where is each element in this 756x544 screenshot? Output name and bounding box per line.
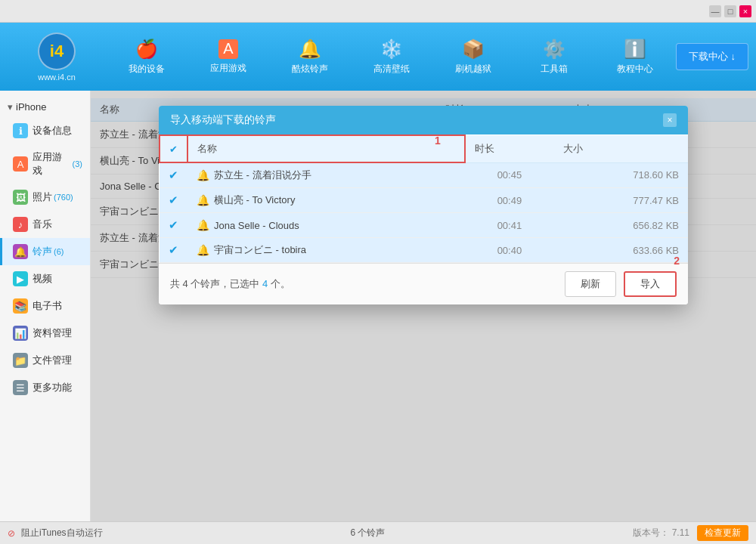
photos-badge: (760) <box>54 193 73 202</box>
refresh-button[interactable]: 刷新 <box>565 271 616 297</box>
photos-icon: 🖼 <box>13 190 28 205</box>
nav-wallpaper[interactable]: ❄️ 高清壁纸 <box>364 32 419 82</box>
modal-col-size: 大小 <box>554 135 688 162</box>
row-duration-cell: 00:45 <box>465 162 554 188</box>
ebook-icon: 📚 <box>13 298 28 314</box>
app-game-badge: (3) <box>73 159 82 168</box>
modal-table-row[interactable]: ✔ 🔔Jona Selle - Clouds 00:41 656.82 KB <box>160 213 688 238</box>
row-bell-icon: 🔔 <box>197 219 209 231</box>
version-label: 版本号： <box>633 527 669 538</box>
sidebar-ebook-label: 电子书 <box>33 299 62 313</box>
sidebar-item-ringtone[interactable]: 🔔 铃声 (6) <box>0 238 90 265</box>
app-game-icon: A <box>13 156 28 172</box>
nav-tools-label: 工具箱 <box>541 63 568 76</box>
row-size-cell: 777.47 KB <box>554 188 688 213</box>
nav-gear-icon: ⚙️ <box>543 39 565 60</box>
sidebar-item-music[interactable]: ♪ 音乐 <box>0 211 90 238</box>
version-text: 版本号： 7.11 <box>633 527 689 539</box>
modal-table-row[interactable]: ✔ 🔔苏立生 - 流着泪说分手 00:45 718.60 KB <box>160 162 688 188</box>
logo-icon: i4 <box>38 32 76 70</box>
device-info-icon: ℹ <box>13 123 28 138</box>
sidebar-arrow-icon: ▾ <box>8 101 13 113</box>
modal-title: 导入移动端下载的铃声 <box>170 113 276 127</box>
modal-col-duration: 时长 <box>465 135 554 162</box>
nav-jailbreak-label: 刷机越狱 <box>455 63 491 76</box>
ringtone-icon: 🔔 <box>13 244 28 259</box>
row-bell-icon: 🔔 <box>197 169 209 181</box>
check-update-btn[interactable]: 检查更新 <box>697 525 748 541</box>
nav-items: 🍎 我的设备 A 应用游戏 🔔 酷炫铃声 ❄️ 高清壁纸 📦 刷机越狱 ⚙️ 工… <box>106 32 676 82</box>
row-duration-cell: 00:41 <box>465 213 554 238</box>
row-name-cell: 🔔宇宙コンビニ - tobira <box>187 238 465 263</box>
row-check-cell[interactable]: ✔ <box>160 213 187 238</box>
nav-snowflake-icon: ❄️ <box>380 39 403 60</box>
nav-app-game[interactable]: A 应用游戏 <box>201 33 256 81</box>
row-check-cell[interactable]: ✔ <box>160 238 187 263</box>
row-name: 🔔宇宙コンビニ - tobira <box>197 243 456 257</box>
modal-table-row[interactable]: ✔ 🔔横山亮 - To Victory 00:49 777.47 KB <box>160 188 688 213</box>
stop-icon: ⊘ <box>8 528 15 539</box>
logo-area: i4 www.i4.cn <box>8 32 106 82</box>
main-area: ▾ iPhone ℹ 设备信息 A 应用游戏 (3) 🖼 照片 (760) ♪ … <box>0 91 756 521</box>
row-check-cell[interactable]: ✔ <box>160 188 187 213</box>
row-bell-icon: 🔔 <box>197 194 209 206</box>
bottom-left: ⊘ 阻止iTunes自动运行 <box>8 527 103 539</box>
sidebar-item-ebook[interactable]: 📚 电子书 <box>0 292 90 320</box>
row-check-cell[interactable]: ✔ <box>160 162 187 188</box>
nav-my-device[interactable]: 🍎 我的设备 <box>119 32 174 82</box>
row-bell-icon: 🔔 <box>197 244 209 256</box>
sidebar-item-app-game[interactable]: A 应用游戏 (3) <box>0 144 90 184</box>
nav-ringtone-label: 酷炫铃声 <box>292 63 328 76</box>
sidebar-item-device-info[interactable]: ℹ 设备信息 <box>0 117 90 144</box>
row-duration-cell: 00:40 <box>465 238 554 263</box>
modal-table-row[interactable]: ✔ 🔔宇宙コンビニ - tobira 00:40 633.66 KB <box>160 238 688 263</box>
data-mgr-icon: 📊 <box>13 326 28 341</box>
row-name: 🔔苏立生 - 流着泪说分手 <box>197 168 456 182</box>
row-duration-cell: 00:49 <box>465 188 554 213</box>
nav-app-game-label: 应用游戏 <box>210 62 246 75</box>
nav-box-icon: 📦 <box>462 39 485 60</box>
row-name-cell: 🔔苏立生 - 流着泪说分手 <box>187 162 465 188</box>
nav-ringtone[interactable]: 🔔 酷炫铃声 <box>283 32 337 82</box>
nav-jailbreak[interactable]: 📦 刷机越狱 <box>446 32 500 82</box>
modal-footer: 共 4 个铃声，已选中 4 个。 刷新 2 导入 <box>159 263 688 304</box>
sidebar-item-photos[interactable]: 🖼 照片 (760) <box>0 184 90 211</box>
sidebar-device[interactable]: ▾ iPhone <box>0 97 90 117</box>
row-name-cell: 🔔Jona Selle - Clouds <box>187 213 465 238</box>
bottom-mid: 6 个铃声 <box>350 527 385 539</box>
row-name: 🔔横山亮 - To Victory <box>197 193 456 207</box>
row-size-cell: 633.66 KB <box>554 238 688 263</box>
annotation-1: 1 <box>435 134 441 147</box>
import-button[interactable]: 导入 <box>624 271 677 297</box>
minimize-btn[interactable]: — <box>709 5 721 17</box>
nav-tools[interactable]: ⚙️ 工具箱 <box>528 32 581 82</box>
row-check-icon: ✔ <box>169 193 178 206</box>
modal-overlay: 导入移动端下载的铃声 × ✔ 名称 <box>91 91 756 521</box>
title-bar: — □ × <box>0 0 756 23</box>
header-check-icon: ✔ <box>169 144 178 155</box>
sidebar-device-info-label: 设备信息 <box>33 124 72 138</box>
selected-count: 4 <box>262 278 268 289</box>
download-center-btn[interactable]: 下载中心 ↓ <box>676 43 748 70</box>
modal-table-wrap: ✔ 名称 时长 大小 ✔ <box>159 134 688 263</box>
sidebar-ringtone-label: 铃声 <box>33 245 52 258</box>
row-name-cell: 🔔横山亮 - To Victory <box>187 188 465 213</box>
maximize-btn[interactable]: □ <box>724 5 736 17</box>
sidebar-item-more[interactable]: ☰ 更多功能 <box>0 374 90 401</box>
sidebar-item-data-mgr[interactable]: 📊 资料管理 <box>0 320 90 347</box>
modal-table: ✔ 名称 时长 大小 ✔ <box>159 134 688 263</box>
modal-close-btn[interactable]: × <box>663 113 677 127</box>
sidebar-music-label: 音乐 <box>33 218 52 231</box>
close-btn[interactable]: × <box>739 5 751 17</box>
sidebar-item-file-mgr[interactable]: 📁 文件管理 <box>0 347 90 374</box>
sidebar-item-video[interactable]: ▶ 视频 <box>0 265 90 292</box>
more-icon: ☰ <box>13 380 28 395</box>
logo-subtitle: www.i4.cn <box>38 73 76 82</box>
annotation-2: 2 <box>674 255 680 267</box>
modal-header: 导入移动端下载的铃声 × <box>159 106 688 134</box>
content-area: 名称 时长 大小 苏立生 - 流着泪说分手 00:45 641.27 KB 横山… <box>91 91 756 521</box>
sidebar-file-mgr-label: 文件管理 <box>33 354 72 367</box>
bottom-right: 版本号： 7.11 检查更新 <box>633 525 748 541</box>
sidebar-video-label: 视频 <box>33 272 52 286</box>
nav-tutorial[interactable]: ℹ️ 教程中心 <box>608 32 662 82</box>
